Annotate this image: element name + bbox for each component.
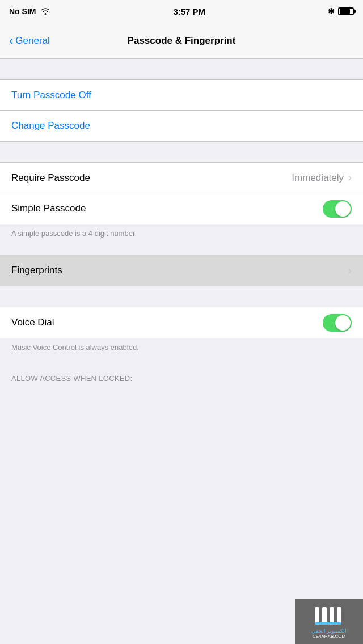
voice-dial-toggle-knob xyxy=(335,315,351,331)
watermark: الكمبيوتر الخفي CE4ARAB.COM xyxy=(295,599,363,644)
nav-bar: ‹ General Passcode & Fingerprint xyxy=(0,23,363,59)
carrier-text: No SIM xyxy=(9,7,36,16)
passcode-actions-group: Turn Passcode Off Change Passcode xyxy=(0,79,363,142)
simple-passcode-toggle[interactable] xyxy=(323,200,352,218)
page-title: Passcode & Fingerprint xyxy=(128,35,236,46)
back-chevron-icon: ‹ xyxy=(9,35,13,47)
voice-dial-row[interactable]: Voice Dial xyxy=(0,307,363,338)
svg-rect-3 xyxy=(337,607,341,624)
section-gap-2 xyxy=(0,142,363,162)
require-passcode-label: Require Passcode xyxy=(11,172,292,184)
change-passcode-label: Change Passcode xyxy=(11,120,352,132)
allow-access-header: ALLOW ACCESS WHEN LOCKED: xyxy=(0,366,363,386)
svg-rect-2 xyxy=(330,607,334,624)
watermark-text: الكمبيوتر الخفي xyxy=(311,628,347,634)
wifi-icon xyxy=(40,7,50,16)
change-passcode-row[interactable]: Change Passcode xyxy=(0,111,363,141)
status-bar: No SIM 3:57 PM ✱ xyxy=(0,0,363,23)
back-button[interactable]: ‹ General xyxy=(9,35,50,47)
watermark-url: CE4ARAB.COM xyxy=(313,634,345,639)
simple-passcode-label: Simple Passcode xyxy=(11,203,323,214)
section-gap-1 xyxy=(0,59,363,79)
status-left: No SIM xyxy=(9,7,50,16)
svg-rect-0 xyxy=(315,607,319,624)
section-gap-3 xyxy=(0,243,363,255)
voice-dial-toggle[interactable] xyxy=(323,314,352,332)
fingerprints-label: Fingerprints xyxy=(11,265,348,276)
status-right: ✱ xyxy=(328,7,354,16)
fingerprints-group: Fingerprints › xyxy=(0,255,363,286)
fingerprints-row[interactable]: Fingerprints › xyxy=(0,255,363,286)
simple-passcode-row[interactable]: Simple Passcode xyxy=(0,193,363,224)
require-passcode-row[interactable]: Require Passcode Immediately › xyxy=(0,163,363,193)
voice-dial-label: Voice Dial xyxy=(11,317,323,328)
battery-icon xyxy=(338,7,354,15)
turn-passcode-off-row[interactable]: Turn Passcode Off xyxy=(0,80,363,111)
passcode-settings-group: Require Passcode Immediately › Simple Pa… xyxy=(0,162,363,224)
require-passcode-value: Immediately xyxy=(292,172,344,184)
fingerprints-chevron-icon: › xyxy=(348,265,352,277)
require-passcode-chevron-icon: › xyxy=(348,172,352,184)
turn-passcode-off-label: Turn Passcode Off xyxy=(11,90,352,101)
svg-rect-4 xyxy=(315,622,341,625)
section-gap-5 xyxy=(0,357,363,366)
voice-dial-description: Music Voice Control is always enabled. xyxy=(0,338,363,357)
status-time: 3:57 PM xyxy=(173,7,205,16)
bluetooth-icon: ✱ xyxy=(328,7,335,16)
back-label: General xyxy=(15,35,49,46)
svg-rect-1 xyxy=(322,607,327,624)
voice-dial-group: Voice Dial xyxy=(0,307,363,338)
watermark-logo xyxy=(312,604,346,627)
simple-passcode-description: A simple passcode is a 4 digit number. xyxy=(0,224,363,243)
section-gap-4 xyxy=(0,286,363,307)
simple-passcode-toggle-knob xyxy=(335,201,351,217)
